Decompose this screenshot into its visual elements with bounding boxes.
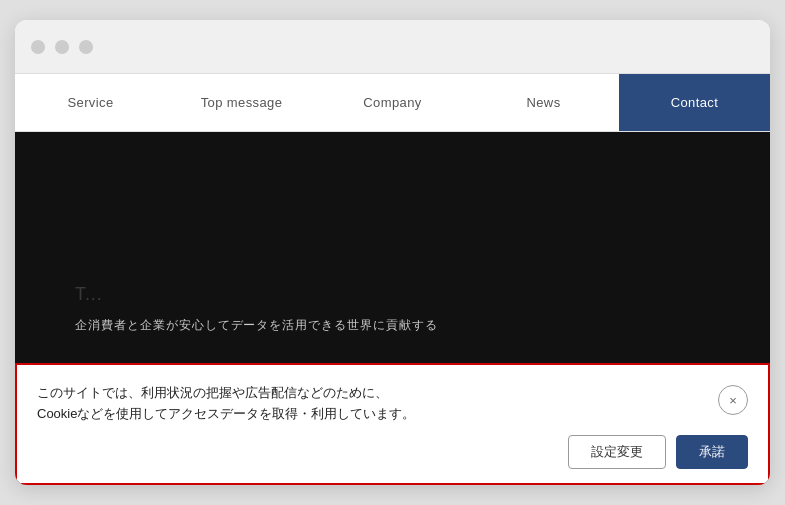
cookie-banner: このサイトでは、利用状況の把握や広告配信などのために、 Cookieなどを使用し… <box>15 363 770 485</box>
nav-item-top-message[interactable]: Top message <box>166 74 317 131</box>
traffic-light-yellow <box>55 40 69 54</box>
nav-item-contact[interactable]: Contact <box>619 74 770 131</box>
nav-item-company[interactable]: Company <box>317 74 468 131</box>
browser-titlebar <box>15 20 770 74</box>
nav-bar: Service Top message Company News Contact <box>15 74 770 132</box>
traffic-light-green <box>79 40 93 54</box>
browser-window: Service Top message Company News Contact… <box>15 20 770 485</box>
cookie-row-bottom: 設定変更 承諾 <box>37 435 748 469</box>
traffic-light-red <box>31 40 45 54</box>
cookie-text: このサイトでは、利用状況の把握や広告配信などのために、 Cookieなどを使用し… <box>37 383 702 425</box>
cookie-settings-button[interactable]: 設定変更 <box>568 435 666 469</box>
cookie-close-button[interactable]: × <box>718 385 748 415</box>
cookie-accept-button[interactable]: 承諾 <box>676 435 748 469</box>
cookie-row-top: このサイトでは、利用状況の把握や広告配信などのために、 Cookieなどを使用し… <box>37 383 748 425</box>
browser-content: Service Top message Company News Contact… <box>15 74 770 485</box>
nav-item-service[interactable]: Service <box>15 74 166 131</box>
hero-tagline: 企消費者と企業が安心してデータを活用できる世界に貢献する <box>75 317 710 334</box>
nav-items: Service Top message Company News Contact <box>15 74 770 131</box>
nav-item-news[interactable]: News <box>468 74 619 131</box>
hero-blurred-text: T... <box>75 284 710 305</box>
